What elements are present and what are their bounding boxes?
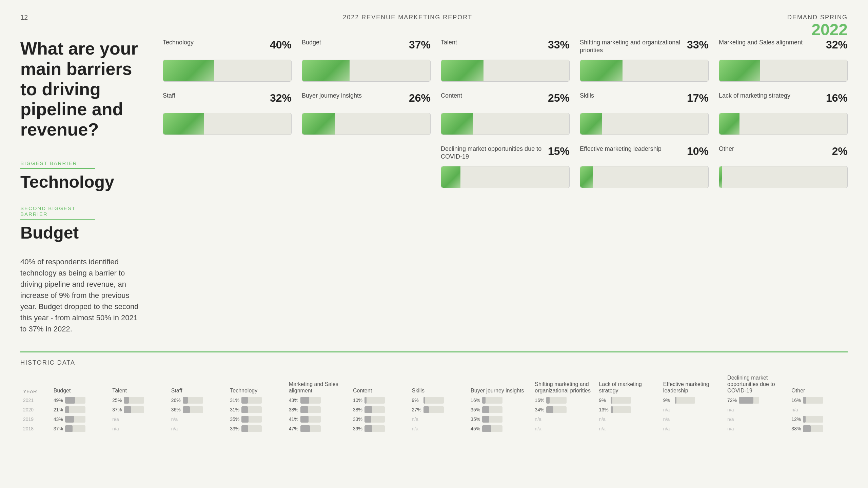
mini-bar-bg: [364, 425, 385, 432]
report-title: 2022 REVENUE MARKETING REPORT: [343, 14, 472, 21]
mini-bar-pct: 16%: [535, 398, 544, 403]
description: 40% of respondents identified technology…: [20, 256, 142, 334]
chart-item: Marketing and Sales alignment 32%: [719, 39, 848, 82]
mini-bar-fill: [65, 397, 75, 404]
col-header: Other: [789, 373, 848, 395]
na-value: n/a: [535, 416, 541, 422]
mini-bar-fill: [611, 406, 613, 413]
mini-bar-wrap: 25%: [112, 397, 166, 404]
data-cell: 37%: [110, 405, 169, 414]
na-value: n/a: [112, 426, 119, 431]
data-cell: n/a: [169, 414, 228, 424]
data-cell: 35%: [468, 414, 532, 424]
mini-bar-wrap: 26%: [171, 397, 225, 404]
mini-bar-wrap: 12%: [791, 416, 845, 423]
col-header: Technology: [227, 373, 286, 395]
data-cell: n/a: [596, 424, 660, 433]
data-cell: 39%: [350, 424, 409, 433]
mini-bar-fill: [423, 406, 429, 413]
data-cell: 33%: [227, 424, 286, 433]
mini-bar-wrap: 16%: [471, 397, 529, 404]
page-number: 12: [20, 14, 28, 21]
mini-bar-pct: 10%: [353, 398, 362, 403]
mini-bar-pct: 45%: [471, 426, 480, 431]
mini-bar-bg: [364, 416, 385, 423]
bar-container: [163, 60, 292, 82]
mini-bar-pct: 72%: [727, 398, 737, 403]
mini-bar-pct: 35%: [230, 416, 239, 422]
mini-bar-fill: [65, 406, 70, 413]
data-cell: n/a: [532, 414, 596, 424]
biggest-barrier-value: Technology: [20, 172, 142, 192]
na-value: n/a: [599, 426, 606, 431]
bar-container: [441, 60, 570, 82]
chart-name: Skills: [580, 92, 684, 100]
mini-bar-pct: 25%: [112, 398, 122, 403]
mini-bar-fill: [300, 425, 310, 432]
mini-bar-bg: [241, 397, 262, 404]
mini-bar-wrap: 35%: [471, 416, 529, 423]
bar-container: [441, 113, 570, 135]
mini-bar-bg: [611, 397, 631, 404]
mini-bar-pct: 37%: [54, 426, 63, 431]
mini-bar-wrap: 41%: [289, 416, 348, 423]
mini-bar-pct: 27%: [412, 407, 421, 412]
chart-item: Shifting marketing and organizational pr…: [580, 39, 709, 82]
na-value: n/a: [727, 426, 734, 431]
mini-bar-fill: [364, 416, 371, 423]
mini-bar-bg: [124, 397, 144, 404]
chart-header: Staff 32%: [163, 92, 292, 109]
mini-bar-pct: 43%: [289, 398, 298, 403]
bar-container: [580, 113, 709, 135]
data-cell: n/a: [725, 414, 789, 424]
historic-title: HISTORIC DATA: [20, 359, 848, 366]
chart-name: Budget: [302, 39, 406, 46]
na-value: n/a: [171, 426, 178, 431]
mini-bar-fill: [183, 406, 190, 413]
mini-bar-wrap: 27%: [412, 406, 466, 413]
mini-bar-bg: [611, 406, 631, 413]
mini-bar-bg: [65, 416, 85, 423]
col-header: Content: [350, 373, 409, 395]
mini-bar-pct: 35%: [471, 407, 480, 412]
data-cell: n/a: [409, 414, 468, 424]
mini-bar-pct: 38%: [289, 407, 298, 412]
chart-pct: 40%: [270, 39, 292, 51]
table-row: 2018 37% n/an/a 33% 47%: [20, 424, 848, 433]
mini-bar-fill: [124, 406, 131, 413]
chart-item: Lack of marketing strategy 16%: [719, 92, 848, 135]
mini-bar-wrap: 35%: [471, 406, 529, 413]
data-cell: 72%: [725, 395, 789, 405]
mini-bar-bg: [482, 416, 502, 423]
historic-section: HISTORIC DATA YEARBudgetTalentStaffTechn…: [20, 351, 848, 433]
bar-container: [163, 113, 292, 135]
chart-header: Effective marketing leadership 10%: [580, 145, 709, 162]
mini-bar-wrap: 72%: [727, 397, 786, 404]
na-value: n/a: [112, 416, 119, 422]
chart-pct: 15%: [548, 145, 570, 158]
col-header: Shifting marketing and organizational pr…: [532, 373, 596, 395]
chart-header: Technology 40%: [163, 39, 292, 56]
na-value: n/a: [727, 416, 734, 422]
data-cell: 33%: [350, 414, 409, 424]
mini-bar-wrap: 43%: [289, 397, 348, 404]
mini-bar-wrap: 9%: [412, 397, 466, 404]
data-cell: 38%: [286, 405, 350, 414]
mini-bar-wrap: 13%: [599, 406, 658, 413]
bar-fill: [163, 113, 204, 135]
mini-bar-bg: [803, 397, 823, 404]
data-cell: 13%: [596, 405, 660, 414]
mini-bar-pct: 9%: [663, 398, 673, 403]
mini-bar-bg: [65, 397, 85, 404]
bar-fill: [302, 113, 335, 135]
data-cell: n/a: [532, 424, 596, 433]
mini-bar-wrap: 38%: [791, 425, 845, 432]
data-cell: n/a: [110, 424, 169, 433]
mini-bar-pct: 16%: [471, 398, 480, 403]
mini-bar-bg: [739, 397, 759, 404]
data-cell: 37%: [51, 424, 110, 433]
data-cell: 49%: [51, 395, 110, 405]
mini-bar-wrap: 37%: [54, 425, 107, 432]
mini-bar-pct: 12%: [791, 416, 801, 422]
mini-bar-wrap: 38%: [289, 406, 348, 413]
